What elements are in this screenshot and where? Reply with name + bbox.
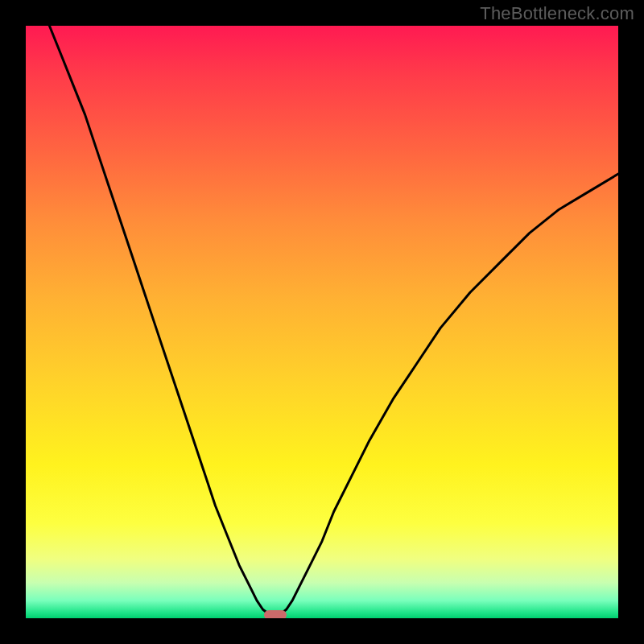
- bottleneck-curve: [26, 26, 618, 618]
- chart-frame: TheBottleneck.com: [0, 0, 644, 644]
- watermark-text: TheBottleneck.com: [480, 3, 634, 24]
- bottleneck-marker: [264, 610, 287, 618]
- plot-area: [26, 26, 618, 618]
